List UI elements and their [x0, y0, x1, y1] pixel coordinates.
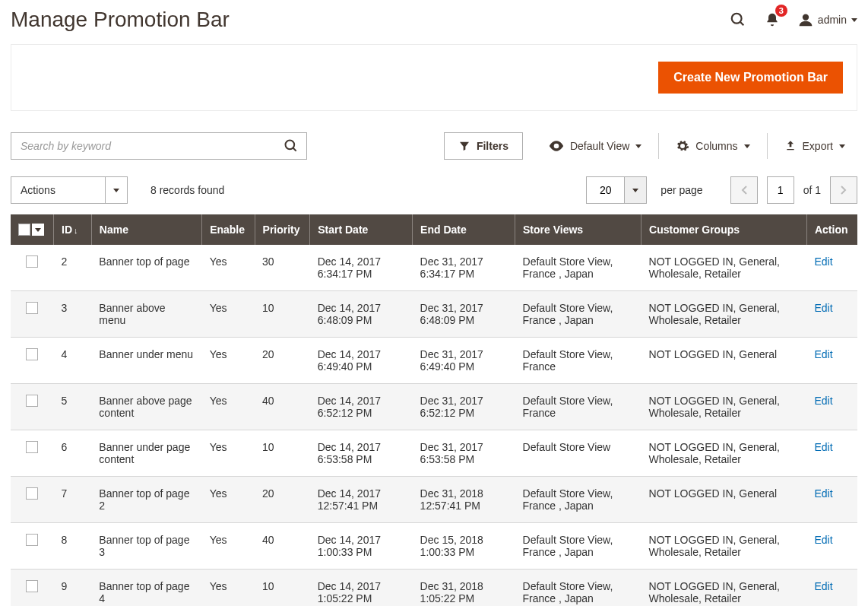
default-view-button[interactable]: Default View	[537, 134, 654, 158]
table-row[interactable]: 8Banner top of page 3Yes40Dec 14, 2017 1…	[11, 523, 857, 570]
columns-label: Columns	[695, 140, 737, 152]
columns-button[interactable]: Columns	[664, 133, 762, 159]
sort-desc-icon: ↓	[74, 226, 78, 235]
cell-id: 3	[54, 291, 92, 338]
cell-name: Banner top of page 3	[91, 523, 201, 570]
col-header-start-date[interactable]: Start Date	[310, 214, 413, 245]
table-row[interactable]: 3Banner above menuYes10Dec 14, 2017 6:48…	[11, 291, 857, 338]
cell-id: 5	[54, 384, 92, 430]
col-header-customer-groups[interactable]: Customer Groups	[641, 214, 807, 245]
per-page-toggle[interactable]	[624, 176, 647, 204]
chevron-left-icon	[740, 185, 748, 195]
global-search-button[interactable]	[730, 11, 746, 28]
table-row[interactable]: 5Banner above page contentYes40Dec 14, 2…	[11, 384, 857, 430]
notifications-button[interactable]: 3	[765, 11, 780, 28]
cell-enable: Yes	[202, 291, 255, 338]
cell-end-date: Dec 31, 2017 6:53:58 PM	[413, 430, 515, 477]
user-label: admin	[818, 14, 847, 26]
actions-label: Actions	[11, 176, 105, 204]
caret-down-icon	[744, 144, 750, 148]
select-all-checkbox[interactable]	[18, 224, 30, 236]
next-page-button[interactable]	[830, 176, 857, 204]
svg-line-4	[293, 148, 296, 151]
col-header-id[interactable]: ID↓	[54, 214, 92, 245]
filters-button[interactable]: Filters	[444, 132, 523, 160]
cell-customer-groups: NOT LOGGED IN, General, Wholesale, Retai…	[641, 291, 807, 338]
row-checkbox[interactable]	[26, 302, 38, 314]
cell-id: 9	[54, 570, 92, 607]
actions-dropdown-toggle[interactable]	[105, 176, 128, 204]
cell-name: Banner under menu	[91, 338, 201, 384]
table-row[interactable]: 2Banner top of pageYes30Dec 14, 2017 6:3…	[11, 245, 857, 291]
caret-down-icon	[632, 189, 638, 192]
row-checkbox[interactable]	[26, 441, 38, 453]
cell-store-views: Default Store View, France , Japan	[515, 245, 641, 291]
export-icon	[784, 140, 797, 152]
svg-point-0	[732, 14, 742, 24]
edit-link[interactable]: Edit	[814, 487, 832, 500]
cell-enable: Yes	[202, 523, 255, 570]
prev-page-button[interactable]	[730, 176, 758, 204]
export-button[interactable]: Export	[772, 134, 857, 158]
per-page-select[interactable]	[586, 176, 647, 204]
col-header-enable[interactable]: Enable	[202, 214, 255, 245]
search-keyword-wrap	[11, 132, 307, 160]
edit-link[interactable]: Edit	[814, 348, 832, 360]
actions-dropdown[interactable]: Actions	[11, 176, 128, 204]
cell-enable: Yes	[202, 384, 255, 430]
col-header-end-date[interactable]: End Date	[413, 214, 515, 245]
notification-badge: 3	[775, 5, 787, 17]
table-row[interactable]: 4Banner under menuYes20Dec 14, 2017 6:49…	[11, 338, 857, 384]
of-label: of 1	[803, 184, 821, 196]
edit-link[interactable]: Edit	[814, 395, 832, 407]
cell-customer-groups: NOT LOGGED IN, General, Wholesale, Retai…	[641, 384, 807, 430]
cell-customer-groups: NOT LOGGED IN, General	[641, 477, 807, 523]
eye-icon	[549, 141, 564, 151]
cell-customer-groups: NOT LOGGED IN, General, Wholesale, Retai…	[641, 245, 807, 291]
page-title: Manage Promotion Bar	[11, 8, 230, 32]
page-input[interactable]	[767, 176, 794, 204]
default-view-label: Default View	[570, 140, 629, 152]
select-all-dropdown[interactable]	[32, 224, 44, 236]
col-header-priority[interactable]: Priority	[255, 214, 310, 245]
cell-store-views: Default Store View, France , Japan	[515, 523, 641, 570]
separator	[658, 133, 659, 159]
col-header-store-views[interactable]: Store Views	[515, 214, 641, 245]
per-page-label: per page	[661, 184, 702, 196]
row-checkbox[interactable]	[26, 534, 38, 546]
cell-priority: 10	[255, 430, 310, 477]
table-row[interactable]: 6Banner under page contentYes10Dec 14, 2…	[11, 430, 857, 477]
edit-link[interactable]: Edit	[814, 255, 832, 268]
row-checkbox[interactable]	[26, 395, 38, 407]
row-checkbox[interactable]	[26, 487, 38, 500]
edit-link[interactable]: Edit	[814, 302, 832, 314]
row-checkbox[interactable]	[26, 580, 38, 592]
cell-customer-groups: NOT LOGGED IN, General	[641, 338, 807, 384]
edit-link[interactable]: Edit	[814, 580, 832, 592]
user-menu-button[interactable]: admin	[798, 12, 857, 27]
create-new-button[interactable]: Create New Promotion Bar	[658, 62, 843, 94]
cell-start-date: Dec 14, 2017 1:00:33 PM	[310, 523, 413, 570]
cell-enable: Yes	[202, 245, 255, 291]
cell-end-date: Dec 31, 2018 12:57:41 PM	[413, 477, 515, 523]
svg-point-2	[803, 14, 809, 21]
cell-customer-groups: NOT LOGGED IN, General, Wholesale, Retai…	[641, 430, 807, 477]
row-checkbox[interactable]	[26, 348, 38, 360]
search-input[interactable]	[11, 140, 276, 152]
table-row[interactable]: 9Banner top of page 4Yes10Dec 14, 2017 1…	[11, 570, 857, 607]
table-row[interactable]: 7Banner top of page 2Yes20Dec 14, 2017 1…	[11, 477, 857, 523]
cell-start-date: Dec 14, 2017 6:52:12 PM	[310, 384, 413, 430]
cell-store-views: Default Store View	[515, 430, 641, 477]
per-page-input[interactable]	[586, 176, 624, 204]
promotion-bar-grid: ID↓ Name Enable Priority Start Date End …	[11, 214, 857, 606]
edit-link[interactable]: Edit	[814, 441, 832, 453]
search-button[interactable]	[276, 133, 306, 159]
edit-link[interactable]: Edit	[814, 534, 832, 546]
caret-down-icon	[839, 144, 845, 148]
cell-end-date: Dec 31, 2017 6:48:09 PM	[413, 291, 515, 338]
col-header-name[interactable]: Name	[91, 214, 201, 245]
funnel-icon	[458, 140, 470, 152]
row-checkbox[interactable]	[26, 255, 38, 268]
cell-name: Banner top of page 2	[91, 477, 201, 523]
cell-enable: Yes	[202, 477, 255, 523]
